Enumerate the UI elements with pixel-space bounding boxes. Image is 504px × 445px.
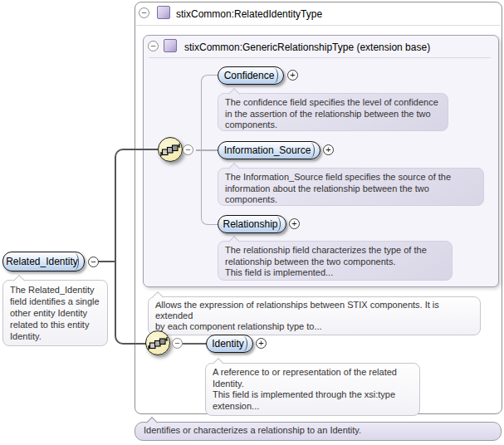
schema-diagram: − stixCommon:RelatedIdentityType − stixC…	[0, 0, 504, 445]
annotation-extension-base: Allows the expression of relationships b…	[148, 296, 481, 335]
collapse-extension-base-button[interactable]: −	[148, 41, 159, 51]
root-type-title: stixCommon:RelatedIdentityType	[176, 8, 322, 20]
identity-connector	[182, 343, 207, 345]
element-information-source-label: Information_Source	[218, 144, 321, 157]
element-relationship[interactable]: Relationship	[218, 215, 286, 233]
header-separator	[136, 25, 501, 26]
sequence-glyph	[147, 332, 169, 354]
main-branch-connector	[115, 149, 164, 345]
expand-confidence-button[interactable]: +	[287, 70, 298, 81]
collapse-root-button[interactable]: −	[139, 7, 149, 18]
annotation-information-source: The Information_Source field specifies t…	[218, 168, 484, 206]
related-identity-connector	[97, 261, 115, 262]
sequence-glyph	[159, 139, 181, 160]
annotation-related-identity: The Related_Identity field identifies a …	[2, 280, 108, 346]
collapse-related-identity-button[interactable]: −	[88, 257, 99, 267]
collapse-identity-sequence-button[interactable]: −	[172, 338, 183, 349]
annotation-identity: A reference to or representation of the …	[205, 363, 420, 416]
header-separator	[149, 57, 491, 58]
element-information-source[interactable]: Information_Source	[218, 141, 321, 159]
element-related-identity[interactable]: Related_Identity	[2, 252, 85, 271]
sequence-icon[interactable]	[145, 330, 170, 355]
annotation-root: Identifies or characterizes a relationsh…	[135, 422, 502, 441]
expand-information-source-button[interactable]: +	[323, 144, 334, 155]
annotation-confidence: The confidence field specifies the level…	[218, 93, 448, 131]
collapse-sequence-button[interactable]: −	[183, 144, 193, 155]
sequence-icon[interactable]	[158, 137, 183, 162]
complex-type-icon	[164, 39, 177, 52]
element-identity[interactable]: Identity	[206, 335, 253, 353]
information-source-connector	[196, 149, 218, 151]
expand-identity-button[interactable]: +	[256, 338, 267, 349]
expand-relationship-button[interactable]: +	[289, 218, 300, 229]
complex-type-icon	[157, 6, 170, 19]
annotation-relationship: The relationship field characterizes the…	[218, 241, 453, 281]
element-confidence[interactable]: Confidence	[218, 66, 284, 85]
extension-base-title: stixCommon:GenericRelationshipType (exte…	[184, 42, 430, 53]
